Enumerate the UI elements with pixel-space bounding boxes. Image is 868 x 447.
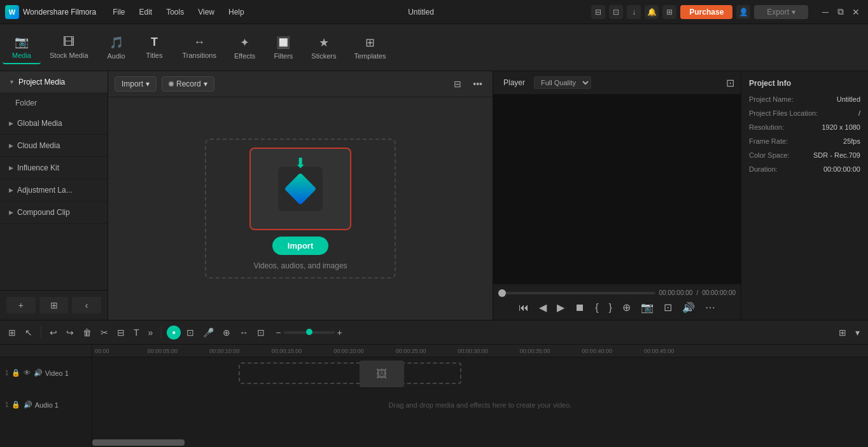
- quality-select[interactable]: Full Quality 1/2 Quality 1/4 Quality: [534, 76, 591, 89]
- skip-back-icon[interactable]: ⏮: [516, 301, 531, 315]
- pip-icon[interactable]: ⊡: [661, 300, 675, 315]
- sidebar-item-compound-clip[interactable]: ▶ Compound Clip: [0, 202, 108, 224]
- record-button[interactable]: Record ▾: [162, 76, 214, 92]
- snapshot-icon[interactable]: 📷: [638, 300, 656, 315]
- player-tab[interactable]: Player: [500, 77, 529, 88]
- zoom-thumb-icon: [306, 329, 312, 335]
- zoom-track[interactable]: [284, 331, 335, 334]
- timeline-delete-icon[interactable]: 🗑: [80, 326, 95, 340]
- ruler-mark-5: 00:00:25:00: [396, 348, 426, 354]
- restore-window-icon[interactable]: ⊡: [609, 5, 623, 19]
- window-title: Untitled: [251, 8, 592, 17]
- effects-tab-icon: ✦: [240, 36, 249, 50]
- mark-out-icon[interactable]: }: [606, 301, 615, 315]
- audio-track-row[interactable]: Drag and drop media and effects here to …: [92, 389, 868, 421]
- timeline-expand-icon[interactable]: ⊡: [254, 326, 268, 340]
- compound-clip-label: Compound Clip: [17, 208, 70, 217]
- menu-file[interactable]: File: [106, 5, 131, 19]
- import-zone-button[interactable]: Import: [272, 237, 328, 255]
- audio-track-lock-icon[interactable]: 🔒: [11, 401, 20, 408]
- sidebar-item-folder[interactable]: Folder: [0, 93, 108, 113]
- import-button[interactable]: Import ▾: [115, 76, 157, 92]
- purchase-button[interactable]: Purchase: [680, 5, 732, 19]
- timeline-select-icon[interactable]: ↖: [22, 326, 36, 340]
- sidebar-item-project-media[interactable]: ▼ Project Media: [0, 71, 108, 93]
- zoom-in-button[interactable]: +: [337, 327, 342, 338]
- timeline-record-icon[interactable]: ●: [167, 326, 181, 340]
- mark-in-icon[interactable]: {: [592, 301, 601, 315]
- timeline-snap-icon[interactable]: ⊡: [183, 326, 197, 340]
- menu-tools[interactable]: Tools: [160, 5, 190, 19]
- audio-icon[interactable]: 🔊: [680, 300, 697, 315]
- notification-icon[interactable]: 🔔: [645, 5, 659, 19]
- timeline-cut-icon[interactable]: ✂: [97, 326, 111, 340]
- sidebar-grid-button[interactable]: ⊞: [39, 297, 69, 313]
- menu-edit[interactable]: Edit: [133, 5, 159, 19]
- timeline-settings-icon[interactable]: ▾: [852, 326, 863, 340]
- templates-tab-icon: ⊞: [365, 36, 375, 50]
- video-track-audio-icon[interactable]: 🔊: [34, 369, 43, 376]
- toolbar: 📷 Media 🎞 Stock Media 🎵 Audio T Titles ↔…: [0, 24, 868, 71]
- apps-icon[interactable]: ⊞: [662, 5, 676, 19]
- sidebar-item-global-media[interactable]: ▶ Global Media: [0, 113, 108, 135]
- add-to-timeline-icon[interactable]: ⊕: [620, 300, 633, 315]
- timeline-text-icon[interactable]: T: [130, 326, 143, 340]
- timeline-audio-icon[interactable]: 🎤: [200, 326, 217, 340]
- media-thumbnail: 🖼: [360, 361, 404, 387]
- filter-icon[interactable]: ⊟: [450, 78, 465, 90]
- import-drop-zone[interactable]: ⬇ Import Videos, audios, and images: [205, 139, 396, 279]
- timeline-undo-icon[interactable]: ↩: [46, 326, 60, 340]
- timeline-ruler: 00:00 00:00:05:00 00:00:10:00 00:00:15:0…: [92, 345, 868, 357]
- more-player-icon[interactable]: ⋯: [703, 300, 718, 315]
- zoom-out-button[interactable]: −: [276, 327, 281, 338]
- project-media-arrow-icon: ▼: [9, 79, 15, 85]
- tab-effects[interactable]: ✦ Effects: [225, 32, 264, 64]
- tab-templates[interactable]: ⊞ Templates: [345, 32, 395, 64]
- ruler-mark-9: 00:00:45:00: [644, 348, 675, 354]
- timeline-scenes-icon[interactable]: ⊞: [5, 326, 19, 340]
- sidebar-item-cloud-media[interactable]: ▶ Cloud Media: [0, 135, 108, 157]
- tab-filters[interactable]: 🔲 Filters: [264, 32, 302, 64]
- player-fullscreen-icon[interactable]: ⊡: [726, 77, 734, 89]
- download-icon[interactable]: ↓: [627, 5, 641, 19]
- timeline-split-icon[interactable]: ↔: [236, 326, 251, 340]
- video-track-row[interactable]: 🖼: [92, 357, 868, 389]
- tl-right: ⊞ ▾: [836, 326, 863, 340]
- audio-track-vol-icon[interactable]: 🔊: [24, 401, 32, 408]
- tab-media[interactable]: 📷 Media: [3, 31, 41, 64]
- menu-view[interactable]: View: [192, 5, 221, 19]
- tab-transitions[interactable]: ↔ Transitions: [174, 32, 225, 63]
- export-chevron-icon: ▾: [792, 8, 795, 17]
- frame-back-icon[interactable]: ◀: [536, 300, 549, 315]
- timeline-layout-icon[interactable]: ⊞: [836, 326, 850, 340]
- video-track-eye-icon[interactable]: 👁: [24, 369, 31, 376]
- video-track-lock-icon[interactable]: 🔒: [11, 369, 20, 376]
- sidebar-item-influence-kit[interactable]: ▶ Influence Kit: [0, 157, 108, 179]
- sidebar-collapse-button[interactable]: ‹: [72, 297, 101, 313]
- timeline-crop-icon[interactable]: ⊟: [114, 326, 128, 340]
- account-icon[interactable]: 👤: [736, 5, 750, 19]
- win-minimize-icon[interactable]: ─: [818, 5, 832, 19]
- export-button[interactable]: Export ▾: [754, 5, 808, 19]
- timeline-scroll-handle[interactable]: [92, 439, 185, 446]
- timeline-more-icon[interactable]: »: [145, 326, 157, 340]
- progress-track[interactable]: [498, 292, 655, 294]
- play-button[interactable]: ▶: [554, 300, 567, 315]
- more-options-icon[interactable]: •••: [469, 78, 486, 90]
- tab-titles[interactable]: T Titles: [136, 32, 174, 63]
- timeline-clip-icon[interactable]: ⊕: [220, 326, 234, 340]
- tab-stock-media[interactable]: 🎞 Stock Media: [41, 32, 97, 63]
- record-dot-icon: [169, 81, 174, 86]
- timeline-redo-icon[interactable]: ↪: [63, 326, 77, 340]
- minimize-window-icon[interactable]: ⊟: [591, 5, 605, 19]
- win-restore-icon[interactable]: ⧉: [834, 5, 848, 19]
- tab-audio[interactable]: 🎵 Audio: [97, 32, 136, 64]
- sidebar-add-button[interactable]: +: [6, 297, 36, 313]
- sidebar-item-adjustment[interactable]: ▶ Adjustment La...: [0, 179, 108, 202]
- sidebar-bottom: + ⊞ ‹: [0, 290, 108, 320]
- tab-stickers[interactable]: ★ Stickers: [302, 32, 345, 64]
- stop-button[interactable]: ⏹: [572, 301, 587, 315]
- win-close-icon[interactable]: ✕: [849, 5, 863, 19]
- menu-help[interactable]: Help: [222, 5, 251, 19]
- video-drop-zone[interactable]: [239, 362, 461, 384]
